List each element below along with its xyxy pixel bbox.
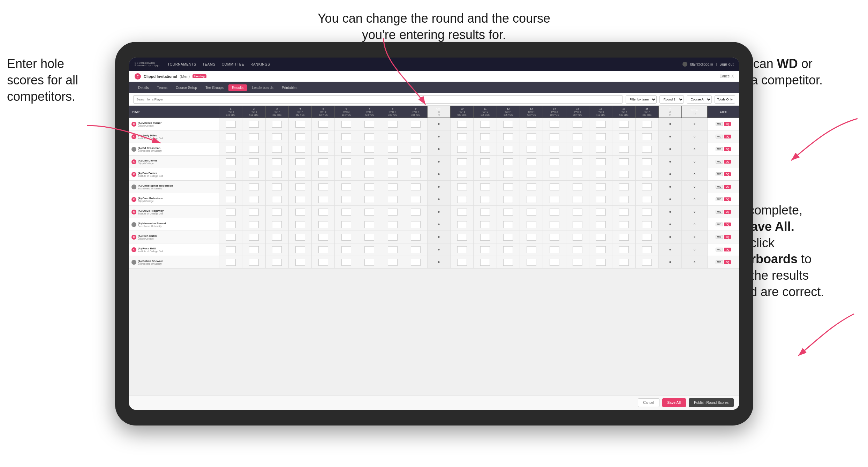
hole-17-input[interactable] [619, 259, 629, 266]
hole-8-input[interactable] [388, 133, 398, 140]
hole-6-input[interactable] [341, 259, 351, 266]
hole-3-input[interactable] [272, 234, 282, 241]
hole-12-score[interactable] [497, 256, 520, 269]
hole-8-input[interactable] [388, 121, 398, 128]
hole-13-input[interactable] [527, 259, 536, 266]
hole-18-input[interactable] [642, 146, 652, 153]
hole-8-input[interactable] [388, 246, 398, 253]
hole-4-input[interactable] [295, 209, 305, 216]
hole-8-input[interactable] [388, 259, 398, 266]
hole-5-score[interactable] [312, 130, 335, 143]
hole-4-input[interactable] [295, 171, 305, 178]
hole-11-input[interactable] [480, 146, 490, 153]
hole-16-input[interactable] [596, 221, 606, 228]
hole-17-score[interactable] [612, 168, 635, 181]
hole-12-input[interactable] [503, 146, 513, 153]
hole-3-score[interactable] [265, 256, 288, 269]
hole-4-input[interactable] [295, 259, 305, 266]
hole-4-input[interactable] [295, 133, 305, 140]
dq-button[interactable]: DQ [724, 135, 731, 138]
hole-15-input[interactable] [573, 221, 582, 228]
hole-10-score[interactable] [451, 193, 474, 206]
hole-4-score[interactable] [288, 193, 311, 206]
hole-4-score[interactable] [288, 218, 311, 231]
hole-3-score[interactable] [265, 181, 288, 193]
hole-18-score[interactable] [635, 218, 658, 231]
hole-12-input[interactable] [503, 209, 513, 216]
hole-9-score[interactable] [404, 181, 427, 193]
hole-3-score[interactable] [265, 168, 288, 181]
hole-2-input[interactable] [249, 246, 259, 253]
hole-14-input[interactable] [550, 183, 559, 190]
hole-12-input[interactable] [503, 171, 513, 178]
hole-1-score[interactable] [219, 143, 242, 156]
hole-9-score[interactable] [404, 243, 427, 256]
hole-6-score[interactable] [335, 156, 358, 168]
hole-17-score[interactable] [612, 143, 635, 156]
hole-2-score[interactable] [242, 218, 265, 231]
hole-17-score[interactable] [612, 243, 635, 256]
hole-8-score[interactable] [381, 181, 404, 193]
hole-14-score[interactable] [543, 168, 566, 181]
hole-15-input[interactable] [573, 259, 582, 266]
hole-10-score[interactable] [451, 206, 474, 218]
hole-12-score[interactable] [497, 130, 520, 143]
hole-1-input[interactable] [226, 259, 236, 266]
hole-12-input[interactable] [503, 183, 513, 190]
hole-18-input[interactable] [642, 196, 652, 203]
hole-14-score[interactable] [543, 143, 566, 156]
hole-1-score[interactable] [219, 156, 242, 168]
hole-4-input[interactable] [295, 196, 305, 203]
hole-11-input[interactable] [480, 196, 490, 203]
hole-5-input[interactable] [318, 146, 328, 153]
hole-9-input[interactable] [411, 209, 421, 216]
hole-10-score[interactable] [451, 243, 474, 256]
wd-button[interactable]: WD [716, 172, 723, 176]
tab-results[interactable]: Results [228, 84, 247, 91]
hole-17-score[interactable] [612, 156, 635, 168]
hole-11-input[interactable] [480, 246, 490, 253]
hole-3-score[interactable] [265, 156, 288, 168]
hole-11-input[interactable] [480, 171, 490, 178]
hole-11-score[interactable] [474, 181, 497, 193]
hole-14-input[interactable] [550, 171, 559, 178]
hole-13-score[interactable] [520, 118, 543, 130]
filter-team-select[interactable]: Filter by team [626, 95, 657, 104]
hole-3-input[interactable] [272, 171, 282, 178]
hole-5-score[interactable] [312, 218, 335, 231]
hole-9-input[interactable] [411, 246, 421, 253]
hole-3-score[interactable] [265, 206, 288, 218]
hole-9-input[interactable] [411, 221, 421, 228]
hole-2-score[interactable] [242, 243, 265, 256]
hole-15-input[interactable] [573, 196, 582, 203]
hole-6-score[interactable] [335, 143, 358, 156]
hole-15-score[interactable] [566, 218, 589, 231]
hole-4-score[interactable] [288, 256, 311, 269]
hole-1-input[interactable] [226, 146, 236, 153]
hole-18-score[interactable] [635, 156, 658, 168]
hole-9-input[interactable] [411, 121, 421, 128]
hole-3-score[interactable] [265, 143, 288, 156]
hole-3-score[interactable] [265, 243, 288, 256]
hole-18-input[interactable] [642, 221, 652, 228]
hole-15-score[interactable] [566, 156, 589, 168]
hole-9-score[interactable] [404, 206, 427, 218]
hole-17-score[interactable] [612, 231, 635, 243]
hole-16-score[interactable] [589, 156, 612, 168]
wd-button[interactable]: WD [716, 122, 723, 126]
hole-13-input[interactable] [527, 246, 536, 253]
hole-17-score[interactable] [612, 218, 635, 231]
hole-10-score[interactable] [451, 181, 474, 193]
dq-button[interactable]: DQ [724, 160, 731, 164]
dq-button[interactable]: DQ [724, 235, 731, 239]
hole-3-score[interactable] [265, 218, 288, 231]
hole-14-score[interactable] [543, 130, 566, 143]
dq-button[interactable]: DQ [724, 197, 731, 201]
hole-18-input[interactable] [642, 171, 652, 178]
hole-11-input[interactable] [480, 183, 490, 190]
hole-2-input[interactable] [249, 234, 259, 241]
hole-2-score[interactable] [242, 193, 265, 206]
nav-committee[interactable]: COMMITTEE [222, 62, 244, 66]
hole-14-input[interactable] [550, 133, 559, 140]
hole-11-score[interactable] [474, 218, 497, 231]
